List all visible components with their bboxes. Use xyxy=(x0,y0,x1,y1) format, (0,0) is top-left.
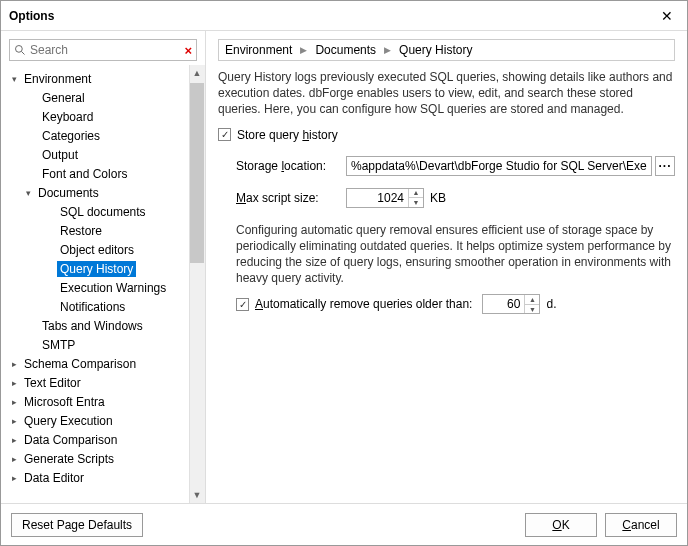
crumb-query-history[interactable]: Query History xyxy=(399,43,472,57)
search-box[interactable]: × xyxy=(9,39,197,61)
close-icon[interactable]: ✕ xyxy=(655,4,679,28)
tree-categories[interactable]: Categories xyxy=(1,126,205,145)
max-script-size-label: Max script size: xyxy=(236,191,346,205)
tree-documents[interactable]: ▾Documents xyxy=(1,183,205,202)
tree-object-editors[interactable]: Object editors xyxy=(1,240,205,259)
spin-up-icon[interactable]: ▲ xyxy=(409,189,423,199)
tree-restore[interactable]: Restore xyxy=(1,221,205,240)
max-script-size-input[interactable]: 1024 ▲▼ xyxy=(346,188,424,208)
max-script-unit: KB xyxy=(430,191,446,205)
tree-keyboard[interactable]: Keyboard xyxy=(1,107,205,126)
tree-scrollbar[interactable]: ▲ ▼ xyxy=(189,65,205,503)
svg-point-0 xyxy=(16,46,23,53)
tree-gen-scripts[interactable]: ▸Generate Scripts xyxy=(1,449,205,468)
crumb-documents[interactable]: Documents xyxy=(315,43,376,57)
nav-tree: ▾Environment General Keyboard Categories… xyxy=(1,69,205,487)
tree-tabs-windows[interactable]: Tabs and Windows xyxy=(1,316,205,335)
auto-remove-description: Configuring automatic query removal ensu… xyxy=(236,222,675,287)
browse-button[interactable]: ··· xyxy=(655,156,675,176)
tree-smtp[interactable]: SMTP xyxy=(1,335,205,354)
auto-remove-checkbox[interactable]: ✓ xyxy=(236,298,249,311)
store-history-label: Store query history xyxy=(237,128,338,142)
cancel-button[interactable]: Cancel xyxy=(605,513,677,537)
tree-fonts[interactable]: Font and Colors xyxy=(1,164,205,183)
search-icon xyxy=(14,44,26,56)
storage-location-label: Storage location: xyxy=(236,159,346,173)
search-input[interactable] xyxy=(26,43,184,57)
tree-query-exec[interactable]: ▸Query Execution xyxy=(1,411,205,430)
scroll-thumb[interactable] xyxy=(190,83,204,263)
scroll-up-icon[interactable]: ▲ xyxy=(189,65,205,81)
window-title: Options xyxy=(9,9,655,23)
chevron-right-icon: ▶ xyxy=(296,45,311,55)
spin-up-icon[interactable]: ▲ xyxy=(525,295,539,305)
auto-remove-days-input[interactable]: 60 ▲▼ xyxy=(482,294,540,314)
auto-remove-label: Automatically remove queries older than: xyxy=(255,297,472,311)
tree-environment[interactable]: ▾Environment xyxy=(1,69,205,88)
store-history-checkbox[interactable]: ✓ xyxy=(218,128,231,141)
chevron-right-icon: ▶ xyxy=(380,45,395,55)
page-description: Query History logs previously executed S… xyxy=(218,69,675,118)
clear-search-icon[interactable]: × xyxy=(184,43,192,58)
tree-general[interactable]: General xyxy=(1,88,205,107)
tree-data-editor[interactable]: ▸Data Editor xyxy=(1,468,205,487)
spin-down-icon[interactable]: ▼ xyxy=(525,305,539,314)
ok-button[interactable]: OK xyxy=(525,513,597,537)
scroll-down-icon[interactable]: ▼ xyxy=(189,487,205,503)
tree-data-comp[interactable]: ▸Data Comparison xyxy=(1,430,205,449)
auto-remove-unit: d. xyxy=(546,297,556,311)
tree-output[interactable]: Output xyxy=(1,145,205,164)
svg-line-1 xyxy=(22,52,25,55)
tree-exec-warnings[interactable]: Execution Warnings xyxy=(1,278,205,297)
spin-down-icon[interactable]: ▼ xyxy=(409,198,423,207)
tree-schema-comp[interactable]: ▸Schema Comparison xyxy=(1,354,205,373)
crumb-environment[interactable]: Environment xyxy=(225,43,292,57)
tree-query-history[interactable]: Query History xyxy=(1,259,205,278)
tree-text-editor[interactable]: ▸Text Editor xyxy=(1,373,205,392)
storage-location-input[interactable]: %appdata%\Devart\dbForge Studio for SQL … xyxy=(346,156,652,176)
tree-ms-entra[interactable]: ▸Microsoft Entra xyxy=(1,392,205,411)
breadcrumb: Environment ▶ Documents ▶ Query History xyxy=(218,39,675,61)
reset-defaults-button[interactable]: Reset Page Defaults xyxy=(11,513,143,537)
tree-notifications[interactable]: Notifications xyxy=(1,297,205,316)
tree-sql-docs[interactable]: SQL documents xyxy=(1,202,205,221)
